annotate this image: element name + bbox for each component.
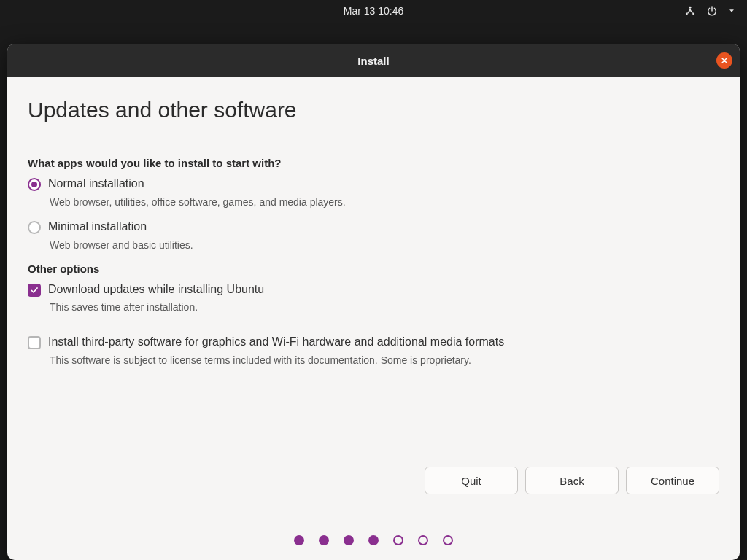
- third-party-option[interactable]: Install third-party software for graphic…: [28, 335, 719, 350]
- system-status-area[interactable]: [684, 5, 735, 17]
- normal-install-label: Normal installation: [48, 176, 144, 192]
- clock-label: Mar 13 10:46: [344, 5, 404, 17]
- progress-dot-2: [319, 535, 329, 545]
- third-party-label: Install third-party software for graphic…: [48, 335, 504, 350]
- continue-button[interactable]: Continue: [626, 467, 719, 494]
- close-button[interactable]: [716, 52, 732, 69]
- button-row: Quit Back Continue: [7, 461, 740, 494]
- progress-dots: [7, 494, 740, 560]
- content-area: Updates and other software What apps wou…: [7, 77, 740, 461]
- power-icon: [706, 5, 718, 17]
- window-titlebar: Install: [7, 44, 740, 77]
- top-panel: Mar 13 10:46: [0, 0, 747, 22]
- download-updates-desc: This saves time after installation.: [50, 301, 719, 313]
- quit-button[interactable]: Quit: [425, 467, 518, 494]
- third-party-checkbox[interactable]: [28, 336, 41, 349]
- progress-dot-7: [443, 535, 453, 545]
- progress-dot-6: [418, 535, 428, 545]
- installer-window: Install Updates and other software What …: [7, 44, 740, 560]
- close-icon: [720, 55, 729, 67]
- download-updates-option[interactable]: Download updates while installing Ubuntu: [28, 282, 719, 298]
- svg-point-0: [689, 7, 692, 9]
- apps-question: What apps would you like to install to s…: [28, 157, 719, 169]
- minimal-install-desc: Web browser and basic utilities.: [50, 239, 719, 251]
- page-title: Updates and other software: [28, 98, 719, 122]
- download-updates-label: Download updates while installing Ubuntu: [48, 282, 264, 298]
- normal-install-option[interactable]: Normal installation: [28, 176, 719, 192]
- normal-install-radio[interactable]: [28, 178, 41, 191]
- back-button[interactable]: Back: [525, 467, 619, 494]
- progress-dot-4: [368, 535, 379, 545]
- chevron-down-icon: [728, 7, 735, 15]
- progress-dot-5: [393, 535, 403, 545]
- progress-dot-3: [344, 535, 354, 545]
- other-options-heading: Other options: [28, 262, 719, 275]
- minimal-install-label: Minimal installation: [48, 219, 147, 235]
- minimal-install-radio[interactable]: [28, 221, 41, 234]
- network-icon: [684, 5, 696, 17]
- progress-dot-1: [294, 535, 304, 545]
- download-updates-checkbox[interactable]: [28, 284, 41, 297]
- spacer: [28, 324, 719, 335]
- divider: [7, 139, 740, 139]
- normal-install-desc: Web browser, utilities, office software,…: [50, 196, 719, 208]
- minimal-install-option[interactable]: Minimal installation: [28, 219, 719, 235]
- window-title: Install: [357, 55, 389, 67]
- third-party-desc: This software is subject to license term…: [50, 354, 719, 366]
